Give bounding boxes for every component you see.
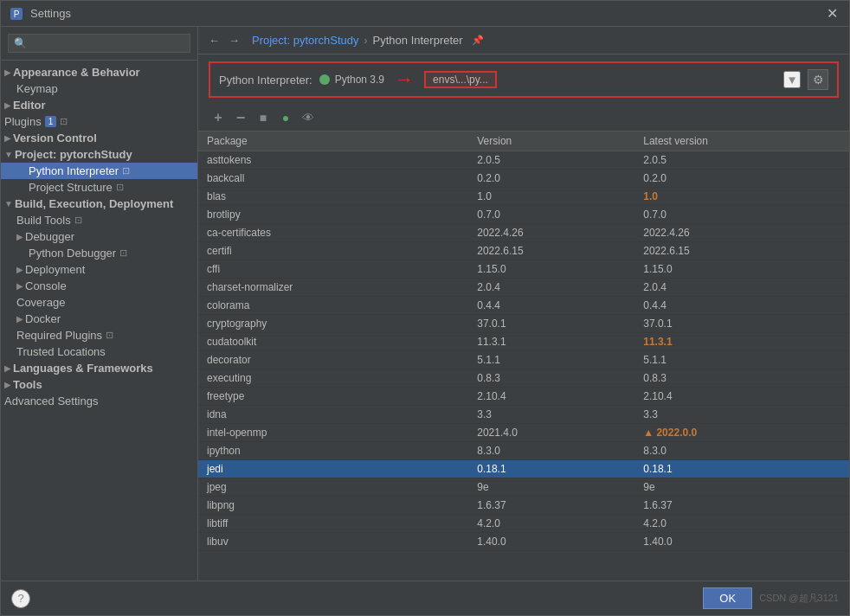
package-latest-version: 9e <box>634 478 849 497</box>
table-row[interactable]: freetype2.10.42.10.4 <box>198 388 849 406</box>
add-package-button[interactable]: + <box>209 108 228 127</box>
table-row[interactable]: asttokens2.0.52.0.5 <box>198 151 849 170</box>
sidebar-item-tools[interactable]: ▶ Tools <box>1 376 197 393</box>
package-version: 3.3 <box>468 406 634 424</box>
run-status-button[interactable]: ● <box>276 108 295 127</box>
package-version: 1.40.0 <box>468 533 634 551</box>
breadcrumb-project[interactable]: Project: pytorchStudy <box>252 34 359 47</box>
table-row[interactable]: ca-certificates2022.4.262022.4.26 <box>198 224 849 242</box>
table-row[interactable]: cffi1.15.01.15.0 <box>198 260 849 279</box>
package-latest-version: 11.3.1 <box>634 333 849 351</box>
sidebar-label-build-tools: Build Tools <box>16 214 71 227</box>
table-row[interactable]: jedi0.18.10.18.1 <box>198 460 849 478</box>
package-version: 37.0.1 <box>468 315 634 333</box>
sidebar-label-deployment: Deployment <box>25 263 85 276</box>
table-row[interactable]: libuv1.40.01.40.0 <box>198 533 849 551</box>
watermark-text: CSDN @超凡3121 <box>759 592 839 605</box>
show-packages-button[interactable]: 👁 <box>299 108 318 127</box>
sidebar-item-advanced-settings[interactable]: Advanced Settings <box>1 393 197 409</box>
nav-back-button[interactable]: ← <box>209 34 220 47</box>
sidebar-item-console[interactable]: ▶ Console <box>1 278 197 294</box>
sidebar-item-project[interactable]: ▼ Project: pytorchStudy <box>1 146 197 163</box>
table-row[interactable]: backcall0.2.00.2.0 <box>198 170 849 188</box>
sidebar-item-python-debugger[interactable]: Python Debugger ⊡ <box>1 245 197 261</box>
table-row[interactable]: certifi2022.6.152022.6.15 <box>198 242 849 260</box>
sidebar-item-keymap[interactable]: Keymap <box>1 80 197 97</box>
sidebar-item-trusted-locations[interactable]: Trusted Locations <box>1 343 197 360</box>
sidebar-label-console: Console <box>25 279 67 292</box>
interpreter-repo-icon: ⊡ <box>122 165 130 176</box>
package-version: 9e <box>468 478 634 497</box>
table-row[interactable]: cryptography37.0.137.0.1 <box>198 315 849 333</box>
sidebar-item-debugger[interactable]: ▶ Debugger <box>1 228 197 245</box>
sidebar-item-python-interpreter[interactable]: Python Interpreter ⊡ <box>1 163 197 179</box>
package-version: 0.7.0 <box>468 206 634 224</box>
sidebar-item-build-tools[interactable]: Build Tools ⊡ <box>1 212 197 228</box>
package-name: colorama <box>198 297 468 315</box>
ok-button[interactable]: OK <box>703 587 752 609</box>
breadcrumb-current: Python Interpreter <box>373 34 463 47</box>
table-row[interactable]: colorama0.4.40.4.4 <box>198 297 849 315</box>
breadcrumb-pin-icon[interactable]: 📌 <box>472 35 484 46</box>
close-button[interactable]: ✕ <box>823 5 840 22</box>
table-row[interactable]: ipython8.3.08.3.0 <box>198 442 849 460</box>
sidebar-label-advanced-settings: Advanced Settings <box>4 395 98 407</box>
help-button[interactable]: ? <box>11 589 30 608</box>
package-version: 1.6.37 <box>468 497 634 515</box>
package-version: 5.1.1 <box>468 351 634 369</box>
table-row[interactable]: blas1.01.0 <box>198 188 849 206</box>
sidebar-item-coverage[interactable]: Coverage <box>1 294 197 311</box>
titlebar: P Settings ✕ <box>1 1 849 27</box>
package-latest-version: 2022.4.26 <box>634 224 849 242</box>
expand-icon-build: ▼ <box>4 199 13 209</box>
table-row[interactable]: cudatoolkit11.3.111.3.1 <box>198 333 849 351</box>
table-row[interactable]: brotlipy0.7.00.7.0 <box>198 206 849 224</box>
sidebar-label-trusted-locations: Trusted Locations <box>16 345 106 358</box>
sidebar-item-docker[interactable]: ▶ Docker <box>1 311 197 327</box>
nav-forward-button[interactable]: → <box>229 34 240 47</box>
sidebar-item-project-structure[interactable]: Project Structure ⊡ <box>1 179 197 196</box>
table-row[interactable]: libtiff4.2.04.2.0 <box>198 515 849 533</box>
package-version: 1.15.0 <box>468 260 634 279</box>
sidebar-item-version-control[interactable]: ▶ Version Control <box>1 130 197 146</box>
table-row[interactable]: libpng1.6.371.6.37 <box>198 497 849 515</box>
table-row[interactable]: executing0.8.30.8.3 <box>198 369 849 388</box>
sidebar-item-languages[interactable]: ▶ Languages & Frameworks <box>1 360 197 376</box>
interpreter-name: Python 3.9 <box>335 74 384 86</box>
sidebar-label-required-plugins: Required Plugins <box>16 329 102 342</box>
package-table: Package Version Latest version asttokens… <box>198 132 849 551</box>
package-latest-version: 8.3.0 <box>634 442 849 460</box>
sidebar-tree: ▶ Appearance & Behavior Keymap ▶ Editor … <box>1 61 197 581</box>
bottom-bar: ? OK CSDN @超凡3121 <box>1 581 849 615</box>
interpreter-dropdown-button[interactable]: ▼ <box>783 71 801 88</box>
sidebar-label-tools: Tools <box>13 378 42 391</box>
package-version: 11.3.1 <box>468 333 634 351</box>
search-input[interactable] <box>8 34 190 53</box>
package-name: brotlipy <box>198 206 468 224</box>
sidebar-item-appearance[interactable]: ▶ Appearance & Behavior <box>1 64 197 80</box>
table-row[interactable]: intel-openmp2021.4.0▲ 2022.0.0 <box>198 424 849 442</box>
package-latest-version: 1.40.0 <box>634 533 849 551</box>
package-latest-version: 37.0.1 <box>634 315 849 333</box>
package-latest-version: 0.7.0 <box>634 206 849 224</box>
package-name: backcall <box>198 170 468 188</box>
sidebar-label-editor: Editor <box>13 99 46 112</box>
sidebar-item-required-plugins[interactable]: Required Plugins ⊡ <box>1 327 197 343</box>
package-name: jpeg <box>198 478 468 497</box>
col-latest: Latest version <box>634 132 849 151</box>
sidebar-label-python-debugger: Python Debugger <box>29 247 116 260</box>
package-name: asttokens <box>198 151 468 170</box>
remove-package-button[interactable]: − <box>231 108 250 127</box>
table-row[interactable]: decorator5.1.15.1.1 <box>198 351 849 369</box>
table-row[interactable]: idna3.33.3 <box>198 406 849 424</box>
stop-package-button[interactable]: ■ <box>254 108 273 127</box>
sidebar-item-editor[interactable]: ▶ Editor <box>1 97 197 113</box>
sidebar-item-build-execution[interactable]: ▼ Build, Execution, Deployment <box>1 196 197 212</box>
sidebar-item-deployment[interactable]: ▶ Deployment <box>1 261 197 278</box>
interpreter-gear-button[interactable]: ⚙ <box>808 69 828 90</box>
table-row[interactable]: charset-normalizer2.0.42.0.4 <box>198 279 849 297</box>
sidebar-item-plugins[interactable]: Plugins 1 ⊡ <box>1 113 197 130</box>
package-name: cudatoolkit <box>198 333 468 351</box>
table-row[interactable]: jpeg9e9e <box>198 478 849 497</box>
expand-icon-languages: ▶ <box>4 363 11 373</box>
